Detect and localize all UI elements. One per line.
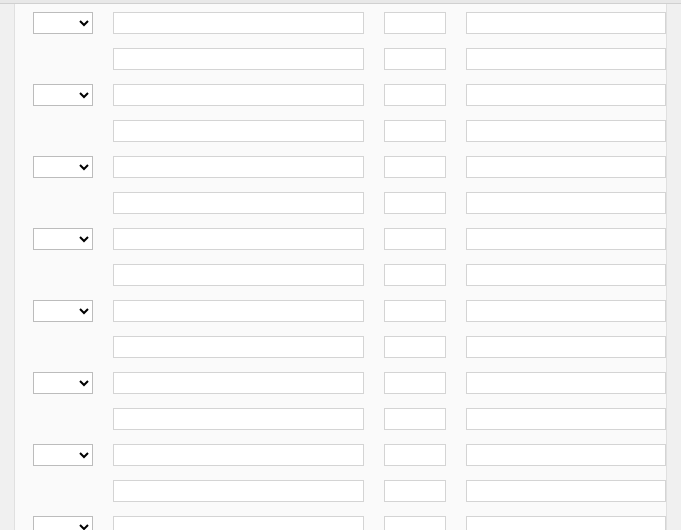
field-wide[interactable] xyxy=(113,336,364,358)
form-row xyxy=(33,12,666,34)
field-mid[interactable] xyxy=(384,156,446,178)
row-select[interactable] xyxy=(33,84,93,106)
field-wide[interactable] xyxy=(113,228,364,250)
field-wide[interactable] xyxy=(113,48,364,70)
form-row xyxy=(33,516,666,530)
field-last[interactable] xyxy=(466,228,666,250)
field-last[interactable] xyxy=(466,84,666,106)
form-row xyxy=(33,84,666,106)
form-row xyxy=(33,444,666,466)
field-last[interactable] xyxy=(466,336,666,358)
field-mid[interactable] xyxy=(384,48,446,70)
select-cell xyxy=(33,516,93,530)
field-last[interactable] xyxy=(466,516,666,530)
field-mid[interactable] xyxy=(384,480,446,502)
select-cell xyxy=(33,228,93,250)
field-mid[interactable] xyxy=(384,228,446,250)
form-row xyxy=(33,228,666,250)
field-wide[interactable] xyxy=(113,192,364,214)
row-select[interactable] xyxy=(33,372,93,394)
form-row xyxy=(33,480,666,502)
row-select[interactable] xyxy=(33,228,93,250)
field-mid[interactable] xyxy=(384,516,446,530)
form-row xyxy=(33,156,666,178)
form-row xyxy=(33,264,666,286)
field-wide[interactable] xyxy=(113,84,364,106)
form-row xyxy=(33,336,666,358)
field-mid[interactable] xyxy=(384,84,446,106)
field-last[interactable] xyxy=(466,192,666,214)
form-row xyxy=(33,300,666,322)
field-last[interactable] xyxy=(466,48,666,70)
field-last[interactable] xyxy=(466,408,666,430)
row-select[interactable] xyxy=(33,156,93,178)
field-last[interactable] xyxy=(466,480,666,502)
field-mid[interactable] xyxy=(384,336,446,358)
form-row xyxy=(33,192,666,214)
field-wide[interactable] xyxy=(113,372,364,394)
field-mid[interactable] xyxy=(384,372,446,394)
form-row xyxy=(33,408,666,430)
form-row xyxy=(33,372,666,394)
field-mid[interactable] xyxy=(384,120,446,142)
select-cell xyxy=(33,372,93,394)
select-cell xyxy=(33,12,93,34)
form-rows xyxy=(33,12,666,530)
field-mid[interactable] xyxy=(384,444,446,466)
form-row xyxy=(33,48,666,70)
field-wide[interactable] xyxy=(113,156,364,178)
field-wide[interactable] xyxy=(113,516,364,530)
field-wide[interactable] xyxy=(113,264,364,286)
field-last[interactable] xyxy=(466,300,666,322)
field-mid[interactable] xyxy=(384,12,446,34)
select-cell xyxy=(33,444,93,466)
form-panel xyxy=(14,4,667,530)
field-mid[interactable] xyxy=(384,264,446,286)
field-wide[interactable] xyxy=(113,120,364,142)
field-wide[interactable] xyxy=(113,480,364,502)
field-mid[interactable] xyxy=(384,192,446,214)
select-cell xyxy=(33,84,93,106)
field-wide[interactable] xyxy=(113,300,364,322)
field-last[interactable] xyxy=(466,12,666,34)
field-last[interactable] xyxy=(466,156,666,178)
field-last[interactable] xyxy=(466,120,666,142)
row-select[interactable] xyxy=(33,12,93,34)
select-cell xyxy=(33,156,93,178)
field-last[interactable] xyxy=(466,444,666,466)
field-mid[interactable] xyxy=(384,408,446,430)
field-mid[interactable] xyxy=(384,300,446,322)
field-wide[interactable] xyxy=(113,444,364,466)
row-select[interactable] xyxy=(33,444,93,466)
row-select[interactable] xyxy=(33,516,93,530)
form-row xyxy=(33,120,666,142)
field-last[interactable] xyxy=(466,372,666,394)
field-last[interactable] xyxy=(466,264,666,286)
select-cell xyxy=(33,300,93,322)
field-wide[interactable] xyxy=(113,12,364,34)
field-wide[interactable] xyxy=(113,408,364,430)
row-select[interactable] xyxy=(33,300,93,322)
